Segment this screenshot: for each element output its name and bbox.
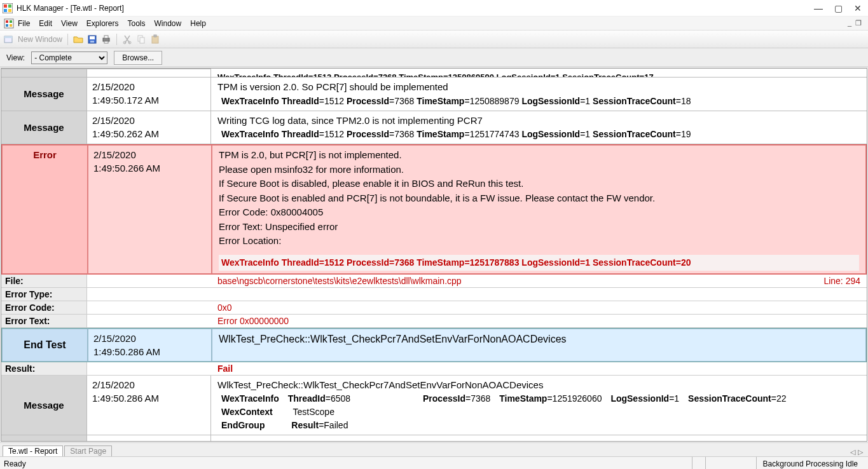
log-row-partial-bottom: 2/15/2020 <box>1 435 867 441</box>
kv-error-text: Error Text: Error 0x00000000 <box>1 315 867 328</box>
svg-rect-16 <box>104 36 108 38</box>
row-content: WlkTest_PreCheck::WlkTest_CheckPcr7AndSe… <box>212 329 866 362</box>
log-row-message: Message 2/15/20201:49:50.172 AM TPM is v… <box>1 78 867 111</box>
row-type: Error <box>2 145 88 274</box>
row-content: Writing TCG log data, since TPM2.0 is no… <box>211 111 867 144</box>
status-text: Ready <box>4 459 26 468</box>
error-line: Error Location: <box>219 234 859 248</box>
cut-icon[interactable] <box>122 34 132 44</box>
row-timestamp: 2/15/20201:49:50.262 AM <box>87 111 211 144</box>
trace-line: WexTraceInfo ThreadId=6508 ProcessId=736… <box>217 392 860 405</box>
menu-view[interactable]: View <box>61 19 78 28</box>
error-trace-line: WexTraceInfo ThreadId=1512 ProcessId=736… <box>219 255 859 271</box>
copy-icon[interactable] <box>136 34 146 44</box>
log-row-message: Message 2/15/20201:49:50.286 AM WlkTest_… <box>1 376 867 436</box>
log-row-endtest: End Test 2/15/20201:49:50.286 AM WlkTest… <box>1 328 867 362</box>
tab-scroll-left-icon[interactable]: ◁ <box>850 448 855 456</box>
row-timestamp: 2/15/20201:49:50.172 AM <box>87 78 211 111</box>
menu-tools[interactable]: Tools <box>128 19 146 28</box>
line-number: Line: 294 <box>823 276 860 286</box>
row-timestamp: 2/15/20201:49:50.266 AM <box>88 145 212 274</box>
mdi-restore-icon[interactable]: ❐ <box>855 19 862 27</box>
message-text: TPM is version 2.0. So PCR[7] should be … <box>217 80 860 95</box>
trace-line: WexTraceInfo ThreadId=1512 ProcessId=736… <box>217 128 860 141</box>
error-line: If Secure Boot is enabled and PCR[7] is … <box>219 191 859 206</box>
kv-error-type: Error Type: <box>1 288 867 301</box>
svg-rect-2 <box>8 4 11 8</box>
log-row-partial-top: WexTraceInfo ThreadId=1512 ProcessId=736… <box>1 69 867 78</box>
kv-label: Error Type: <box>1 288 87 301</box>
svg-rect-15 <box>103 38 109 41</box>
window-title: HLK Manager - [Te.wtl - Report] <box>17 4 814 13</box>
message-text: WlkTest_PreCheck::WlkTest_CheckPcr7AndSe… <box>217 378 860 393</box>
kv-value: base\ngscb\cornerstone\tests\kits\e2ewlk… <box>211 275 867 287</box>
new-window-button[interactable]: New Window <box>18 35 62 44</box>
svg-rect-17 <box>104 41 108 43</box>
row-timestamp: 2/15/20201:49:50.286 AM <box>88 329 212 362</box>
row-timestamp: 2/15/2020 <box>87 435 211 441</box>
browse-button[interactable]: Browse... <box>114 51 162 65</box>
context-line: WexContext TestScope <box>217 405 860 419</box>
svg-rect-13 <box>90 36 95 39</box>
kv-label: Error Code: <box>1 301 87 314</box>
svg-rect-6 <box>6 20 8 23</box>
menu-edit[interactable]: Edit <box>39 19 52 28</box>
tab-start-page[interactable]: Start Page <box>64 445 112 456</box>
svg-rect-22 <box>152 36 158 43</box>
report-scroll[interactable]: WexTraceInfo ThreadId=1512 ProcessId=736… <box>1 69 867 441</box>
svg-rect-3 <box>4 9 7 12</box>
minimize-button[interactable]: — <box>814 3 823 13</box>
app-icon <box>3 3 13 13</box>
kv-label: Error Text: <box>1 315 87 327</box>
menu-bar: File Edit View Explorers Tools Window He… <box>0 17 868 31</box>
mdi-minimize-icon[interactable]: _ <box>848 19 851 27</box>
maximize-button[interactable]: ▢ <box>834 3 843 13</box>
row-content: WlkTest_PreCheck::WlkTest_CheckPcr7AndSe… <box>211 376 867 435</box>
svg-rect-14 <box>90 41 94 43</box>
row-type: End Test <box>2 329 88 362</box>
status-panel-empty2 <box>705 457 756 469</box>
menu-window[interactable]: Window <box>155 19 182 28</box>
close-button[interactable]: ✕ <box>854 3 862 13</box>
menu-help[interactable]: Help <box>190 19 206 28</box>
trace-text: WexTraceInfo ThreadId=1512 ProcessId=736… <box>211 69 867 77</box>
kv-file: File: base\ngscb\cornerstone\tests\kits\… <box>1 275 867 288</box>
error-line: If Secure Boot is disabled, please enabl… <box>219 177 859 191</box>
view-bar: View: - Complete Browse... <box>0 48 868 67</box>
row-content: TPM is version 2.0. So PCR[7] should be … <box>211 78 867 111</box>
kv-value: Fail <box>211 362 867 375</box>
row-timestamp: 2/15/20201:49:50.286 AM <box>87 376 211 435</box>
print-icon[interactable] <box>101 34 111 44</box>
view-select[interactable]: - Complete <box>31 51 107 64</box>
svg-rect-4 <box>8 9 11 12</box>
message-text: Writing TCG log data, since TPM2.0 is no… <box>217 114 860 128</box>
paste-icon[interactable] <box>150 34 160 44</box>
row-content: TPM is 2.0, but PCR[7] is not implemente… <box>212 145 866 274</box>
error-line: TPM is 2.0, but PCR[7] is not implemente… <box>219 148 859 163</box>
open-folder-icon[interactable] <box>73 34 83 44</box>
kv-label: File: <box>1 275 87 287</box>
view-label: View: <box>6 53 25 62</box>
menu-file[interactable]: File <box>18 19 30 28</box>
row-type: Message <box>1 78 87 111</box>
kv-value: Error 0x00000000 <box>211 315 867 327</box>
tab-scroll-right-icon[interactable]: ▷ <box>858 448 863 456</box>
report-area: WexTraceInfo ThreadId=1512 ProcessId=736… <box>1 68 867 442</box>
svg-rect-9 <box>10 24 12 27</box>
endgroup-line: EndGroup Result=Failed <box>217 419 860 432</box>
save-icon[interactable] <box>87 34 97 44</box>
menu-explorers[interactable]: Explorers <box>86 19 119 28</box>
new-window-icon[interactable] <box>4 34 14 44</box>
kv-error-code: Error Code: 0x0 <box>1 301 867 315</box>
tab-report[interactable]: Te.wtl - Report <box>3 445 63 456</box>
svg-rect-7 <box>10 20 12 23</box>
document-tabs: Te.wtl - Report Start Page ◁ ▷ <box>0 442 868 456</box>
status-panel-empty1 <box>692 457 705 469</box>
toolbar: New Window <box>0 31 868 48</box>
log-row-error: Error 2/15/20201:49:50.266 AM TPM is 2.0… <box>1 144 867 275</box>
row-type: Message <box>1 111 87 144</box>
svg-rect-11 <box>4 36 12 38</box>
error-line: Error Code: 0x80004005 <box>219 205 859 220</box>
kv-value: 0x0 <box>211 301 867 314</box>
svg-rect-1 <box>4 4 7 8</box>
